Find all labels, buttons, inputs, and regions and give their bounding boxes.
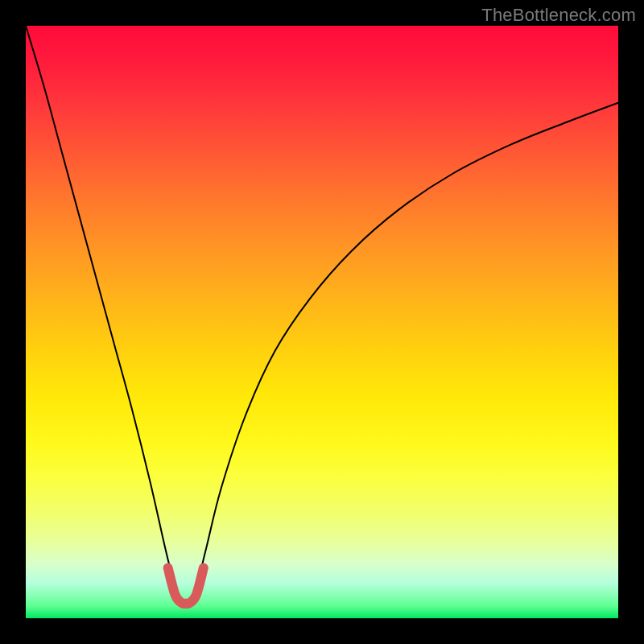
bottleneck-curve — [26, 26, 618, 604]
chart-frame: TheBottleneck.com — [0, 0, 644, 644]
curve-layer — [26, 26, 618, 618]
notch-highlight — [168, 568, 204, 604]
watermark-text: TheBottleneck.com — [481, 5, 636, 26]
plot-area — [26, 26, 618, 618]
